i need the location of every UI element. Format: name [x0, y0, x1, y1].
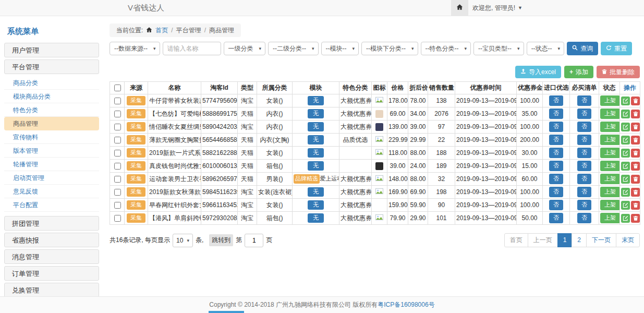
- item-type-select[interactable]: --宝贝类型--▾: [473, 42, 524, 55]
- page-button-0[interactable]: 首页: [504, 233, 528, 247]
- delete-button[interactable]: [631, 188, 640, 197]
- page-button-3[interactable]: 2: [572, 233, 587, 247]
- home-button[interactable]: [451, 0, 468, 16]
- must-buy-toggle[interactable]: 否: [577, 161, 591, 171]
- must-buy-toggle[interactable]: 否: [577, 135, 591, 145]
- delete-button[interactable]: [631, 136, 640, 145]
- sidebar-item-1[interactable]: 平台管理: [4, 59, 99, 74]
- sidebar-item-3[interactable]: 模块商品分类: [4, 90, 99, 103]
- status-toggle[interactable]: 上架: [600, 161, 620, 171]
- must-buy-toggle[interactable]: 否: [577, 174, 591, 184]
- status-toggle[interactable]: 上架: [600, 95, 620, 105]
- delete-button[interactable]: [631, 110, 640, 118]
- status-toggle[interactable]: 上架: [600, 213, 620, 223]
- import-select-toggle[interactable]: 否: [549, 187, 563, 197]
- module-select[interactable]: --模块--▾: [321, 42, 359, 55]
- reset-button[interactable]: 重置: [601, 42, 632, 55]
- import-select-toggle[interactable]: 否: [549, 174, 563, 184]
- page-button-5[interactable]: 末页: [616, 233, 640, 247]
- row-checkbox[interactable]: [114, 215, 121, 222]
- delete-button[interactable]: [631, 175, 640, 184]
- import-select-toggle[interactable]: 否: [549, 95, 563, 105]
- per-page-select[interactable]: 10 ▾: [173, 234, 193, 247]
- row-checkbox[interactable]: [114, 98, 121, 104]
- edit-button[interactable]: [621, 136, 630, 145]
- level2-category-select[interactable]: --二级分类--▾: [268, 42, 319, 55]
- sidebar-item-9[interactable]: 启动页管理: [4, 171, 99, 185]
- edit-button[interactable]: [621, 214, 630, 223]
- add-button[interactable]: + 添加: [564, 66, 593, 78]
- sidebar-item-6[interactable]: 宣传物料: [4, 130, 99, 144]
- sidebar-item-7[interactable]: 版本管理: [4, 144, 99, 158]
- row-checkbox[interactable]: [114, 176, 121, 183]
- import-select-toggle[interactable]: 否: [549, 213, 563, 223]
- edit-button[interactable]: [621, 149, 630, 158]
- import-select-toggle[interactable]: 否: [549, 109, 563, 118]
- edit-button[interactable]: [621, 188, 630, 197]
- delete-button[interactable]: [631, 201, 640, 210]
- status-toggle[interactable]: 上架: [600, 148, 620, 158]
- search-button[interactable]: 查询: [567, 42, 598, 55]
- row-checkbox[interactable]: [114, 150, 121, 156]
- row-checkbox[interactable]: [114, 202, 121, 209]
- status-select[interactable]: --状态--▾: [527, 42, 565, 55]
- name-input[interactable]: [163, 42, 221, 55]
- must-buy-toggle[interactable]: 否: [577, 122, 591, 131]
- must-buy-toggle[interactable]: 否: [577, 109, 591, 118]
- page-button-4[interactable]: 下一页: [586, 233, 616, 247]
- edit-button[interactable]: [621, 201, 630, 210]
- row-checkbox[interactable]: [114, 124, 121, 130]
- import-select-toggle[interactable]: 否: [549, 161, 563, 171]
- icp-link[interactable]: 粤ICP备16098006号: [378, 301, 434, 308]
- sidebar-item-14[interactable]: 消息管理: [4, 249, 99, 264]
- import-excel-button[interactable]: 导入excel: [515, 66, 561, 78]
- sidebar-item-15[interactable]: 订单管理: [4, 266, 99, 281]
- sidebar-item-16[interactable]: 兑换管理: [4, 283, 99, 297]
- delete-button[interactable]: [631, 162, 640, 171]
- breadcrumb-home-link[interactable]: 首页: [155, 26, 168, 35]
- page-number-input[interactable]: [245, 234, 263, 247]
- must-buy-toggle[interactable]: 否: [577, 213, 591, 223]
- select-all-checkbox[interactable]: [114, 85, 121, 91]
- feature-category-select[interactable]: --特色分类--▾: [421, 42, 471, 55]
- user-menu[interactable]: 欢迎您, 管理员! ▼: [472, 0, 523, 16]
- data-source-select[interactable]: --数据来源--▾: [110, 42, 160, 55]
- edit-button[interactable]: [621, 175, 630, 184]
- batch-delete-button[interactable]: 批量删除: [597, 66, 640, 78]
- sidebar-item-12[interactable]: 拼团管理: [4, 216, 99, 231]
- must-buy-toggle[interactable]: 否: [577, 187, 591, 197]
- edit-button[interactable]: [621, 97, 630, 105]
- row-checkbox[interactable]: [114, 137, 121, 143]
- must-buy-toggle[interactable]: 否: [577, 148, 591, 158]
- delete-button[interactable]: [631, 97, 640, 105]
- sidebar-item-13[interactable]: 省惠快报: [4, 233, 99, 247]
- sidebar-item-11[interactable]: 平台配置: [4, 198, 99, 212]
- sidebar-item-5[interactable]: 商品管理: [4, 117, 99, 130]
- row-checkbox[interactable]: [114, 163, 121, 170]
- edit-button[interactable]: [621, 110, 630, 118]
- row-checkbox[interactable]: [114, 111, 121, 117]
- jump-button[interactable]: 跳转到: [209, 234, 233, 246]
- sidebar-item-2[interactable]: 商品分类: [4, 76, 99, 90]
- import-select-toggle[interactable]: 否: [549, 122, 563, 131]
- page-button-2[interactable]: 1: [557, 233, 573, 247]
- status-toggle[interactable]: 上架: [600, 109, 620, 118]
- module-sub-category-select[interactable]: --模块下分类--▾: [361, 42, 418, 55]
- level1-category-select[interactable]: 一级分类▾: [224, 42, 266, 55]
- status-toggle[interactable]: 上架: [600, 135, 620, 145]
- delete-button[interactable]: [631, 214, 640, 223]
- delete-button[interactable]: [631, 123, 640, 131]
- status-toggle[interactable]: 上架: [600, 200, 620, 210]
- sidebar-item-0[interactable]: 用户管理: [4, 43, 99, 57]
- import-select-toggle[interactable]: 否: [549, 135, 563, 145]
- sidebar-item-4[interactable]: 特色分类: [4, 103, 99, 117]
- import-select-toggle[interactable]: 否: [549, 148, 563, 158]
- status-toggle[interactable]: 上架: [600, 174, 620, 184]
- sidebar-item-10[interactable]: 意见反馈: [4, 185, 99, 198]
- sidebar-item-8[interactable]: 轮播管理: [4, 158, 99, 171]
- status-toggle[interactable]: 上架: [600, 122, 620, 131]
- must-buy-toggle[interactable]: 否: [577, 200, 591, 210]
- delete-button[interactable]: [631, 149, 640, 158]
- must-buy-toggle[interactable]: 否: [577, 95, 591, 105]
- edit-button[interactable]: [621, 162, 630, 171]
